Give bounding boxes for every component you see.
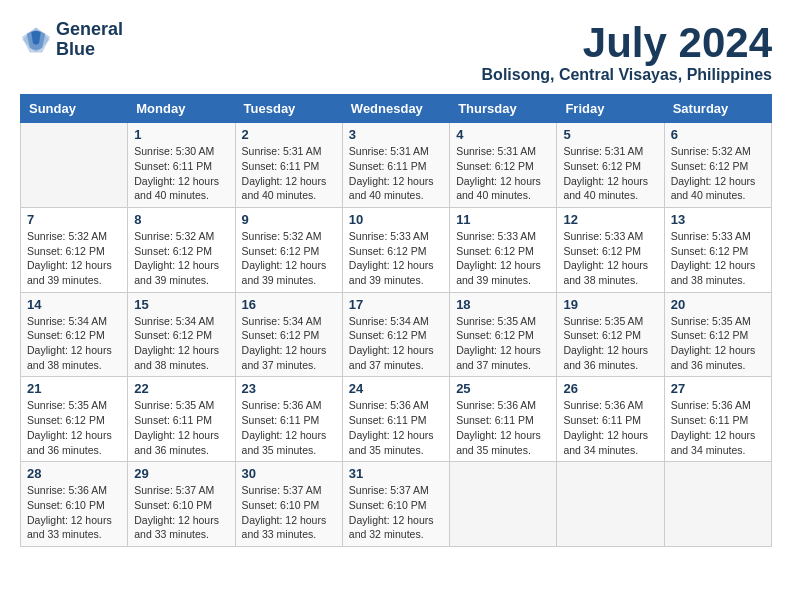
weekday-header: Monday	[128, 95, 235, 123]
weekday-header: Tuesday	[235, 95, 342, 123]
day-info: Sunrise: 5:32 AM Sunset: 6:12 PM Dayligh…	[134, 229, 228, 288]
day-number: 9	[242, 212, 336, 227]
day-number: 18	[456, 297, 550, 312]
day-number: 30	[242, 466, 336, 481]
calendar-cell: 11Sunrise: 5:33 AM Sunset: 6:12 PM Dayli…	[450, 207, 557, 292]
day-number: 29	[134, 466, 228, 481]
calendar-cell: 28Sunrise: 5:36 AM Sunset: 6:10 PM Dayli…	[21, 462, 128, 547]
day-info: Sunrise: 5:36 AM Sunset: 6:11 PM Dayligh…	[671, 398, 765, 457]
logo-line1: General	[56, 20, 123, 40]
calendar-cell: 12Sunrise: 5:33 AM Sunset: 6:12 PM Dayli…	[557, 207, 664, 292]
day-info: Sunrise: 5:31 AM Sunset: 6:12 PM Dayligh…	[456, 144, 550, 203]
day-number: 2	[242, 127, 336, 142]
calendar-cell: 22Sunrise: 5:35 AM Sunset: 6:11 PM Dayli…	[128, 377, 235, 462]
day-info: Sunrise: 5:31 AM Sunset: 6:12 PM Dayligh…	[563, 144, 657, 203]
day-info: Sunrise: 5:34 AM Sunset: 6:12 PM Dayligh…	[134, 314, 228, 373]
calendar-cell: 27Sunrise: 5:36 AM Sunset: 6:11 PM Dayli…	[664, 377, 771, 462]
calendar-week: 21Sunrise: 5:35 AM Sunset: 6:12 PM Dayli…	[21, 377, 772, 462]
weekday-header: Friday	[557, 95, 664, 123]
day-number: 4	[456, 127, 550, 142]
day-info: Sunrise: 5:32 AM Sunset: 6:12 PM Dayligh…	[671, 144, 765, 203]
day-info: Sunrise: 5:36 AM Sunset: 6:10 PM Dayligh…	[27, 483, 121, 542]
weekday-header: Saturday	[664, 95, 771, 123]
day-info: Sunrise: 5:32 AM Sunset: 6:12 PM Dayligh…	[242, 229, 336, 288]
day-number: 21	[27, 381, 121, 396]
day-info: Sunrise: 5:37 AM Sunset: 6:10 PM Dayligh…	[134, 483, 228, 542]
day-number: 25	[456, 381, 550, 396]
title-area: July 2024 Bolisong, Central Visayas, Phi…	[482, 20, 772, 84]
day-info: Sunrise: 5:36 AM Sunset: 6:11 PM Dayligh…	[349, 398, 443, 457]
calendar-cell: 2Sunrise: 5:31 AM Sunset: 6:11 PM Daylig…	[235, 123, 342, 208]
calendar-cell: 29Sunrise: 5:37 AM Sunset: 6:10 PM Dayli…	[128, 462, 235, 547]
logo-text: General Blue	[56, 20, 123, 60]
day-info: Sunrise: 5:35 AM Sunset: 6:12 PM Dayligh…	[563, 314, 657, 373]
day-number: 6	[671, 127, 765, 142]
calendar-cell: 1Sunrise: 5:30 AM Sunset: 6:11 PM Daylig…	[128, 123, 235, 208]
calendar-cell: 24Sunrise: 5:36 AM Sunset: 6:11 PM Dayli…	[342, 377, 449, 462]
calendar-cell: 16Sunrise: 5:34 AM Sunset: 6:12 PM Dayli…	[235, 292, 342, 377]
calendar-cell: 6Sunrise: 5:32 AM Sunset: 6:12 PM Daylig…	[664, 123, 771, 208]
calendar-cell	[664, 462, 771, 547]
calendar-week: 7Sunrise: 5:32 AM Sunset: 6:12 PM Daylig…	[21, 207, 772, 292]
day-number: 12	[563, 212, 657, 227]
day-info: Sunrise: 5:31 AM Sunset: 6:11 PM Dayligh…	[349, 144, 443, 203]
day-number: 19	[563, 297, 657, 312]
calendar-cell: 30Sunrise: 5:37 AM Sunset: 6:10 PM Dayli…	[235, 462, 342, 547]
day-number: 20	[671, 297, 765, 312]
calendar-cell: 20Sunrise: 5:35 AM Sunset: 6:12 PM Dayli…	[664, 292, 771, 377]
day-info: Sunrise: 5:35 AM Sunset: 6:12 PM Dayligh…	[456, 314, 550, 373]
calendar-table: SundayMondayTuesdayWednesdayThursdayFrid…	[20, 94, 772, 547]
logo-line2: Blue	[56, 40, 123, 60]
day-info: Sunrise: 5:37 AM Sunset: 6:10 PM Dayligh…	[349, 483, 443, 542]
calendar-cell: 5Sunrise: 5:31 AM Sunset: 6:12 PM Daylig…	[557, 123, 664, 208]
day-info: Sunrise: 5:35 AM Sunset: 6:12 PM Dayligh…	[27, 398, 121, 457]
day-number: 1	[134, 127, 228, 142]
header-row: SundayMondayTuesdayWednesdayThursdayFrid…	[21, 95, 772, 123]
day-number: 28	[27, 466, 121, 481]
calendar-week: 28Sunrise: 5:36 AM Sunset: 6:10 PM Dayli…	[21, 462, 772, 547]
weekday-header: Sunday	[21, 95, 128, 123]
day-number: 14	[27, 297, 121, 312]
day-info: Sunrise: 5:34 AM Sunset: 6:12 PM Dayligh…	[242, 314, 336, 373]
day-number: 10	[349, 212, 443, 227]
day-info: Sunrise: 5:36 AM Sunset: 6:11 PM Dayligh…	[456, 398, 550, 457]
calendar-cell: 31Sunrise: 5:37 AM Sunset: 6:10 PM Dayli…	[342, 462, 449, 547]
calendar-cell	[450, 462, 557, 547]
day-number: 22	[134, 381, 228, 396]
day-number: 3	[349, 127, 443, 142]
day-info: Sunrise: 5:35 AM Sunset: 6:12 PM Dayligh…	[671, 314, 765, 373]
header: General Blue July 2024 Bolisong, Central…	[20, 20, 772, 84]
day-info: Sunrise: 5:36 AM Sunset: 6:11 PM Dayligh…	[242, 398, 336, 457]
day-number: 17	[349, 297, 443, 312]
calendar-cell: 25Sunrise: 5:36 AM Sunset: 6:11 PM Dayli…	[450, 377, 557, 462]
day-number: 16	[242, 297, 336, 312]
calendar-cell: 4Sunrise: 5:31 AM Sunset: 6:12 PM Daylig…	[450, 123, 557, 208]
day-info: Sunrise: 5:30 AM Sunset: 6:11 PM Dayligh…	[134, 144, 228, 203]
month-title: July 2024	[482, 20, 772, 66]
day-info: Sunrise: 5:32 AM Sunset: 6:12 PM Dayligh…	[27, 229, 121, 288]
calendar-cell: 14Sunrise: 5:34 AM Sunset: 6:12 PM Dayli…	[21, 292, 128, 377]
calendar-cell: 10Sunrise: 5:33 AM Sunset: 6:12 PM Dayli…	[342, 207, 449, 292]
day-number: 5	[563, 127, 657, 142]
logo-icon	[20, 26, 52, 54]
calendar-cell	[21, 123, 128, 208]
day-info: Sunrise: 5:31 AM Sunset: 6:11 PM Dayligh…	[242, 144, 336, 203]
day-info: Sunrise: 5:37 AM Sunset: 6:10 PM Dayligh…	[242, 483, 336, 542]
day-number: 8	[134, 212, 228, 227]
calendar-cell: 23Sunrise: 5:36 AM Sunset: 6:11 PM Dayli…	[235, 377, 342, 462]
day-info: Sunrise: 5:33 AM Sunset: 6:12 PM Dayligh…	[349, 229, 443, 288]
day-number: 31	[349, 466, 443, 481]
calendar-cell: 9Sunrise: 5:32 AM Sunset: 6:12 PM Daylig…	[235, 207, 342, 292]
calendar-cell: 18Sunrise: 5:35 AM Sunset: 6:12 PM Dayli…	[450, 292, 557, 377]
calendar-cell: 8Sunrise: 5:32 AM Sunset: 6:12 PM Daylig…	[128, 207, 235, 292]
day-number: 23	[242, 381, 336, 396]
day-number: 26	[563, 381, 657, 396]
day-info: Sunrise: 5:34 AM Sunset: 6:12 PM Dayligh…	[27, 314, 121, 373]
day-number: 15	[134, 297, 228, 312]
calendar-cell: 21Sunrise: 5:35 AM Sunset: 6:12 PM Dayli…	[21, 377, 128, 462]
calendar-header: SundayMondayTuesdayWednesdayThursdayFrid…	[21, 95, 772, 123]
weekday-header: Thursday	[450, 95, 557, 123]
calendar-cell: 26Sunrise: 5:36 AM Sunset: 6:11 PM Dayli…	[557, 377, 664, 462]
day-info: Sunrise: 5:35 AM Sunset: 6:11 PM Dayligh…	[134, 398, 228, 457]
calendar-cell: 7Sunrise: 5:32 AM Sunset: 6:12 PM Daylig…	[21, 207, 128, 292]
